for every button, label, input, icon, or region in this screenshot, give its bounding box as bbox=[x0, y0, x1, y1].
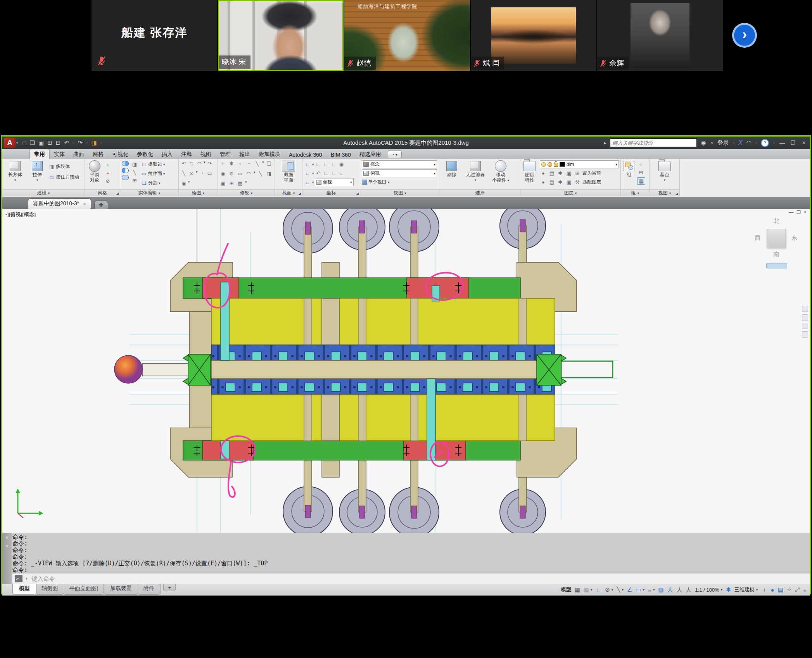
scale-icon[interactable]: ▣ bbox=[219, 180, 226, 187]
close-button[interactable]: × bbox=[800, 140, 807, 146]
command-prompt-icon[interactable]: >_ bbox=[15, 575, 22, 582]
layout-tab-axon[interactable]: 轴侧图 bbox=[35, 584, 64, 595]
culling-tool[interactable]: 剔除 bbox=[443, 160, 460, 177]
annotation-monitor-icon[interactable]: ＋ bbox=[761, 586, 767, 594]
sphere-icon[interactable]: ◉ bbox=[219, 170, 226, 177]
open-file-icon[interactable]: ❏ bbox=[30, 139, 35, 146]
next-participants-button[interactable]: › bbox=[734, 25, 755, 46]
help-caret-icon[interactable]: ▾ bbox=[773, 141, 775, 145]
box-tool[interactable]: 长方体▾ bbox=[4, 160, 26, 183]
cloud-caret-icon[interactable]: ▾ bbox=[755, 141, 757, 145]
tab-surface[interactable]: 曲面 bbox=[69, 149, 88, 159]
help-icon[interactable]: ? bbox=[761, 139, 769, 147]
cloud-icon[interactable]: ◠ bbox=[746, 139, 752, 146]
panel-label-modify[interactable]: 修改▾ bbox=[218, 189, 275, 196]
viewcube-west-label[interactable]: 西 bbox=[755, 234, 760, 242]
tab-solid[interactable]: 实体 bbox=[50, 149, 69, 159]
new-document-tab-button[interactable]: ✚ bbox=[94, 201, 108, 209]
redo-caret-icon[interactable]: ▾ bbox=[86, 141, 88, 145]
customization-menu-icon[interactable]: ≡ bbox=[803, 587, 807, 593]
ucs-world-icon[interactable]: ∟ bbox=[315, 161, 322, 168]
workspace-switcher[interactable]: 三维建模 bbox=[734, 586, 755, 593]
layer-unisolate-icon[interactable]: ▤ bbox=[548, 179, 555, 185]
dynamic-input-icon[interactable]: ▭ bbox=[636, 586, 641, 593]
section-plane-tool[interactable]: 截面平面 bbox=[279, 160, 298, 183]
chamfer-icon[interactable]: ◠ bbox=[245, 170, 252, 177]
set-current-tool[interactable]: 置为当前 bbox=[582, 170, 601, 177]
panel-label-view2[interactable]: 视图▾◢ bbox=[650, 189, 679, 196]
extrude-tool[interactable]: 拉伸▾ bbox=[28, 160, 47, 183]
array-icon[interactable]: ⊞ bbox=[228, 180, 235, 187]
extrude-face-tool[interactable]: ▭ 拉伸面▾ bbox=[140, 170, 165, 178]
logo-caret-icon[interactable]: ▾ bbox=[16, 141, 18, 145]
move3d-icon[interactable]: ＋ bbox=[237, 160, 244, 167]
viewcube-east-label[interactable]: 东 bbox=[791, 234, 797, 242]
layer-freeze-icon[interactable]: ✱ bbox=[557, 170, 564, 177]
doc-minimize-icon[interactable]: — bbox=[789, 210, 793, 215]
pan-icon[interactable] bbox=[802, 306, 808, 312]
shell-icon[interactable]: ⊞ bbox=[131, 177, 138, 184]
ucs-origin-icon[interactable]: ↶ bbox=[315, 170, 322, 177]
doc-close-icon[interactable]: × bbox=[804, 210, 807, 215]
ucs-previous-icon[interactable]: ∟ bbox=[323, 161, 330, 168]
drawing-canvas[interactable]: -][俯视][概念] — ❐ × 北 西 东 南 bbox=[2, 209, 810, 533]
exchange-apps-icon[interactable]: X bbox=[738, 139, 743, 146]
tab-parametric[interactable]: 参数化 bbox=[133, 149, 157, 159]
arc-icon[interactable]: ◠ bbox=[196, 160, 203, 167]
orbit-icon[interactable] bbox=[802, 323, 808, 329]
panel-label-layers[interactable]: 图层▾ bbox=[520, 189, 620, 196]
tab-mesh[interactable]: 网格 bbox=[88, 149, 108, 159]
plot-icon[interactable]: ⊟ bbox=[56, 139, 61, 146]
qat-more-icon[interactable]: ▾ bbox=[100, 141, 102, 145]
visual-style-combo[interactable]: 概念▾ bbox=[362, 160, 437, 168]
participant-tile-2[interactable]: 晓冰 宋 bbox=[218, 0, 344, 71]
ucs-zaxis-icon[interactable]: ∟ bbox=[323, 170, 330, 177]
clean-screen-icon[interactable]: ⤢ bbox=[795, 586, 800, 593]
search-expand-icon[interactable]: ▸ bbox=[604, 140, 606, 145]
view-combo[interactable]: 俯视▾ bbox=[362, 169, 437, 177]
gizmo-tool[interactable]: 移动 小控件 ▾ bbox=[491, 160, 511, 183]
search-binoculars-icon[interactable]: ◉ bbox=[701, 139, 706, 146]
panel-label-groups[interactable]: 组▾ bbox=[621, 189, 650, 196]
tab-autodesk360[interactable]: Autodesk 360 bbox=[285, 150, 327, 159]
panel-label-solid-editing[interactable]: 实体编辑▾ bbox=[120, 189, 178, 196]
tab-bim360[interactable]: BIM 360 bbox=[327, 150, 355, 159]
rotate3d-icon[interactable]: ✱ bbox=[228, 160, 235, 167]
participant-tile-4[interactable]: 斌 闫 bbox=[471, 0, 596, 71]
save-icon[interactable]: ▣ bbox=[38, 139, 44, 146]
viewport-config-tool[interactable]: 单个视口▾ bbox=[362, 178, 390, 186]
participant-tile-1[interactable]: 船建 张存洋 bbox=[92, 0, 217, 71]
tab-home[interactable]: 常用 bbox=[29, 149, 50, 159]
viewport-controls-label[interactable]: -][俯视][概念] bbox=[5, 211, 36, 218]
object-snap-icon[interactable]: ∠ bbox=[627, 586, 632, 593]
layer-off-icon[interactable]: ● bbox=[540, 170, 547, 177]
panel-label-mesh[interactable]: 网格◢ bbox=[85, 189, 120, 196]
explode-icon[interactable]: ╲ bbox=[254, 160, 261, 167]
mirror-icon[interactable]: ▭ bbox=[237, 170, 244, 177]
layout-tab-attachment[interactable]: 附件 bbox=[137, 584, 161, 595]
base-view-tool[interactable]: 基点▾ bbox=[656, 160, 673, 183]
ucs-icon[interactable]: ∟ bbox=[304, 161, 311, 168]
command-input[interactable] bbox=[31, 575, 265, 583]
layer-combo[interactable]: dim▾ bbox=[540, 160, 619, 168]
new-file-icon[interactable]: □ bbox=[23, 140, 26, 146]
layer-current-icon[interactable]: ⊞ bbox=[574, 170, 581, 177]
subtract-icon[interactable] bbox=[122, 168, 129, 173]
viewcube-north-label[interactable]: 北 bbox=[753, 217, 800, 225]
layer-match-icon[interactable]: ⚒ bbox=[574, 179, 581, 185]
command-wrench-icon[interactable]: ⚒ bbox=[5, 543, 8, 549]
document-tab-close-icon[interactable]: × bbox=[83, 201, 86, 207]
lineweight-icon[interactable]: ≡ bbox=[648, 587, 651, 593]
align-icon[interactable]: ◨ bbox=[266, 170, 273, 177]
annotation-scale-value[interactable]: 1:1 / 100% bbox=[695, 587, 719, 593]
thicken-icon[interactable]: ╲ bbox=[131, 169, 138, 176]
layer-thaw-all-icon[interactable]: ✱ bbox=[557, 179, 564, 185]
layout-tab-model[interactable]: 模型 bbox=[12, 584, 36, 595]
union-icon[interactable] bbox=[122, 161, 129, 166]
command-close-icon[interactable]: ✕ bbox=[5, 535, 8, 540]
mesh-refine-icon[interactable]: ＋ bbox=[104, 161, 111, 168]
tab-featured[interactable]: 精选应用 bbox=[355, 149, 385, 159]
tab-view[interactable]: 视图 bbox=[196, 149, 216, 159]
user-icon[interactable]: ◔ bbox=[710, 140, 714, 146]
isometric-drafting-icon[interactable]: ╲ bbox=[617, 586, 620, 593]
